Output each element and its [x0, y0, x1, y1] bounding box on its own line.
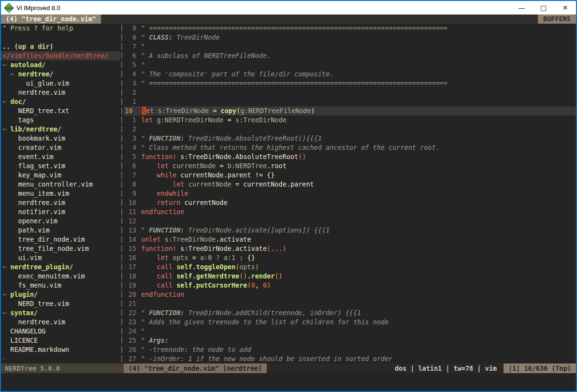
tree-item[interactable]: nerdtree.vim [1, 318, 120, 327]
code-line[interactable]: 10let s:TreeDirNode = copy(g:NERDTreeFil… [124, 106, 576, 116]
code-line[interactable]: 1let g:NERDTreeDirNode = s:TreeDirNode [124, 116, 576, 125]
tree-item[interactable]: ~ nerdtree_plugin/ [1, 262, 120, 272]
tree-item[interactable]: LICENCE [1, 336, 120, 345]
code-line[interactable]: 9 endwhile [124, 189, 576, 198]
tree-item[interactable]: ~ plugin/ [1, 290, 120, 299]
tree-item[interactable]: ~ nerdtree/ [1, 70, 120, 79]
tree-item[interactable]: CHANGELOG [1, 327, 120, 336]
tree-item[interactable]: ui_glue.vim [1, 79, 120, 88]
line-number: 14 [124, 235, 141, 244]
tree-item[interactable]: tree_file_node.vim [1, 244, 120, 253]
tree-item[interactable]: ~ autoload/ [1, 60, 120, 70]
code-line[interactable]: 14unlet s:TreeDirNode.activate [124, 235, 576, 244]
line-number: 7 [124, 171, 141, 180]
code-line[interactable]: 17 call self.toggleOpen(opts) [124, 262, 576, 272]
command-line[interactable] [1, 373, 576, 391]
line-number: 18 [124, 272, 141, 281]
line-number: 25 [124, 336, 141, 345]
tree-item[interactable] [1, 33, 120, 42]
code-line[interactable]: 24" [124, 327, 576, 336]
tree-item[interactable]: exec_menuitem.vim [1, 272, 120, 281]
line-number: 22 [124, 308, 141, 318]
tree-item[interactable]: event.vim [1, 152, 120, 161]
code-line[interactable]: 4" The 'composite' part of the file/dir … [124, 70, 576, 79]
code-line[interactable]: 21 [124, 299, 576, 308]
code-line[interactable]: 2 [124, 125, 576, 134]
code-line[interactable]: 26" -treenode: the node to add [124, 345, 576, 354]
maximize-button[interactable]: □ [533, 1, 554, 15]
code-line[interactable]: 20endfunction [124, 290, 576, 299]
tree-item[interactable]: fs_menu.vim [1, 281, 120, 290]
code-line[interactable]: 3" =====================================… [124, 79, 576, 88]
tree-item[interactable]: ~ syntax/ [1, 308, 120, 318]
line-number: 4 [124, 143, 141, 152]
tree-item[interactable]: key_map.vim [1, 171, 120, 180]
code-line[interactable]: 18 call self.getNerdtree().render() [124, 272, 576, 281]
tree-item[interactable]: NERD_tree.vim [1, 299, 120, 308]
tree-item[interactable]: path.vim [1, 226, 120, 235]
code-line[interactable]: 2 [124, 88, 576, 97]
tree-item[interactable]: creator.vim [1, 143, 120, 152]
code-line[interactable]: 23" Adds the given treenode to the list … [124, 318, 576, 327]
line-number: 23 [124, 318, 141, 327]
tree-item[interactable]: tags [1, 116, 120, 125]
code-line[interactable]: 5" [124, 60, 576, 70]
code-line[interactable]: 19 call self.putCursorHere(0, 0) [124, 281, 576, 290]
tree-item[interactable]: notifier.vim [1, 207, 120, 217]
tree-item[interactable]: " Press ? for help [1, 24, 120, 33]
tree-item[interactable]: ~ doc/ [1, 97, 120, 106]
code-line[interactable]: 3" FUNCTION: TreeDirNode.AbsoluteTreeRoo… [124, 134, 576, 143]
code-line[interactable]: 12 [124, 217, 576, 226]
statusline: NERDTree 5.0.0 (4) "tree_dir_node.vim" [… [1, 363, 576, 373]
close-button[interactable]: ✕ [554, 1, 576, 15]
window-controls: — □ ✕ [511, 1, 576, 15]
line-number: 5 [124, 60, 141, 70]
line-number: 21 [124, 299, 141, 308]
code-line[interactable]: 1 [124, 97, 576, 106]
line-number: 15 [124, 244, 141, 253]
nerdtree-pane: " Press ? for help.. (up a dir)</vimfile… [1, 24, 120, 363]
code-line[interactable]: 13" FUNCTION: TreeDirNode.activate([opti… [124, 226, 576, 235]
code-line[interactable]: 22" FUNCTION: TreeDirNode.addChild(treen… [124, 308, 576, 318]
vertical-split-separator[interactable] [120, 24, 124, 363]
tree-item[interactable]: menu_controller.vim [1, 180, 120, 189]
code-line[interactable]: 11endfunction [124, 207, 576, 217]
minimize-button[interactable]: — [511, 1, 533, 15]
line-number: 5 [124, 152, 141, 161]
tree-item[interactable]: README.markdown [1, 345, 120, 354]
code-line[interactable]: 5function! s:TreeDirNode.AbsoluteTreeRoo… [124, 152, 576, 161]
code-line[interactable]: 7" [124, 42, 576, 51]
tree-item[interactable]: nerdtree.vim [1, 198, 120, 207]
code-line[interactable]: 6 let currentNode = b:NERDTree.root [124, 161, 576, 171]
code-line[interactable]: 4" Class method that returns the highest… [124, 143, 576, 152]
tree-item[interactable]: tree_dir_node.vim [1, 235, 120, 244]
tree-item[interactable]: ~ lib/nerdtree/ [1, 125, 120, 134]
code-line[interactable]: 6" A subclass of NERDTreeFileNode. [124, 51, 576, 60]
tree-item[interactable]: nerdtree.vim [1, 88, 120, 97]
line-number: 27 [124, 354, 141, 363]
tree-item[interactable]: menu_item.vim [1, 189, 120, 198]
tree-item[interactable]: ui.vim [1, 253, 120, 262]
tree-item[interactable]: .. (up a dir) [1, 42, 120, 51]
code-line[interactable]: 9" =====================================… [124, 24, 576, 33]
tree-item[interactable]: NERD_tree.txt [1, 106, 120, 116]
tab-active[interactable]: (4) "tree_dir_node.vim" [1, 15, 101, 24]
tab-buffers[interactable]: BUFFERS [538, 15, 576, 24]
tree-item[interactable]: ~ [1, 354, 120, 363]
tree-item[interactable]: flag_set.vim [1, 161, 120, 171]
code-line[interactable]: 7 while currentNode.parent != {} [124, 171, 576, 180]
tree-item[interactable]: opener.vim [1, 217, 120, 226]
tree-item[interactable]: bookmark.vim [1, 134, 120, 143]
code-line[interactable]: 25" Args: [124, 336, 576, 345]
tree-root-item[interactable]: </vimfiles/bundle/nerdtree/ [1, 51, 120, 60]
title-bar: Vi IMproved 8.0 — □ ✕ [1, 1, 576, 15]
code-line[interactable]: 16 let opts = a:0 ? a:1 : {} [124, 253, 576, 262]
code-line[interactable]: 8 let currentNode = currentNode.parent [124, 180, 576, 189]
line-number: 24 [124, 327, 141, 336]
code-line[interactable]: 10 return currentNode [124, 198, 576, 207]
code-line[interactable]: 15function! s:TreeDirNode.activate(...) [124, 244, 576, 253]
editor-pane: 9" =====================================… [124, 24, 576, 363]
code-line[interactable]: 27" -inOrder: 1 if the new node should b… [124, 354, 576, 363]
code-line[interactable]: 8" CLASS: TreeDirNode [124, 33, 576, 42]
statusline-nerdtree: NERDTree 5.0.0 [1, 363, 124, 373]
